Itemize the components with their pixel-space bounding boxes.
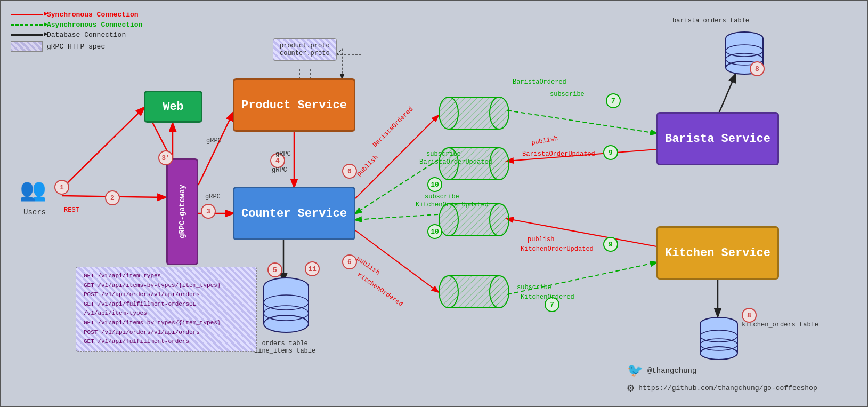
grpc-label-1: gRPC — [206, 137, 222, 145]
legend: Synchronous Connection Asynchronous Conn… — [11, 11, 142, 54]
step-8b: 8 — [742, 308, 757, 323]
api-endpoint-1: GET /v1/api/item-types — [84, 272, 249, 281]
api-endpoint-8: GET /v1/api/fulfillment-orders — [84, 337, 249, 347]
async-line-icon — [11, 24, 43, 26]
github-section: ⚙ https://github.com/thangchung/go-coffe… — [627, 381, 817, 395]
publish-barista-ordered: publish — [355, 154, 380, 178]
step-1: 1 — [54, 180, 69, 195]
barista-db-label: barista_orders table — [672, 17, 749, 25]
github-icon: ⚙ — [627, 381, 634, 395]
barista-service-box: Barista Service — [656, 112, 779, 165]
grpc-gateway-box: gRPC-gateway — [166, 158, 198, 265]
step-11: 11 — [305, 261, 320, 276]
sync-label: Synchronous Connection — [47, 11, 139, 19]
step-3: 3 — [201, 204, 216, 219]
grpc-label-2: gRPC — [205, 193, 221, 201]
kitchen-ordered-publish: KitchenOrdered — [356, 271, 404, 308]
users-icon: 👥 — [20, 177, 46, 203]
step-7a: 7 — [606, 93, 621, 108]
svg-line-9 — [507, 110, 656, 133]
svg-line-0 — [60, 108, 144, 190]
kitchen-ordered-label: KitchenOrdered — [521, 293, 574, 301]
counter-service-box: Counter Service — [233, 187, 355, 240]
api-endpoint-5: /v1/api/item-types — [84, 309, 249, 318]
publish-barista-updated: publish — [531, 135, 558, 147]
mq-cylinder-4 — [438, 273, 510, 310]
svg-line-16 — [718, 75, 735, 116]
step-6a: 6 — [342, 164, 357, 179]
step-2: 2 — [105, 190, 120, 205]
db-label: Database Connection — [47, 31, 126, 39]
step-8a: 8 — [750, 61, 765, 76]
subscribe-kitchen-update: subscribe — [425, 193, 459, 201]
twitter-handle: @thangchung — [647, 366, 696, 375]
step-10b: 10 — [427, 224, 442, 239]
kitchen-db-icon — [699, 316, 739, 364]
svg-line-4 — [198, 113, 233, 185]
legend-sync: Synchronous Connection — [11, 11, 142, 19]
github-url: https://github.com/thangchung/go-coffees… — [638, 384, 817, 392]
step-6b: 6 — [342, 254, 357, 269]
api-spec-box: GET /v1/api/item-types GET /v1/api/items… — [76, 267, 257, 352]
mq-cylinder-1 — [438, 94, 510, 132]
api-endpoint-3: POST /v1/api/orders/v1/api/orders — [84, 290, 249, 300]
twitter-section: 🐦 @thangchung — [627, 363, 696, 378]
barista-ordered-label: BaristaOrdered — [371, 106, 415, 149]
orders-db-icon — [262, 276, 310, 334]
svg-point-36 — [490, 204, 509, 236]
async-label: Asynchronous Connection — [47, 21, 142, 29]
step-10a: 10 — [427, 177, 442, 192]
barista-order-updated-label: BaristaOrderUpdated — [522, 150, 595, 158]
svg-point-26 — [490, 97, 509, 129]
publish-kitchen-updated: publish — [528, 236, 554, 243]
grpc-box-icon — [11, 41, 43, 52]
grpc-label-4: gRPC — [272, 166, 287, 174]
grpc-label: gRPC HTTP spec — [47, 43, 105, 51]
api-endpoint-7: POST /v1/api/orders/v1/api/orders — [84, 328, 249, 338]
subscribe-barista-update: subscribe — [426, 150, 461, 158]
orders-db-label: orders table line_items table — [254, 340, 315, 355]
step-3prime: 3' — [158, 150, 173, 165]
grpc-label-3: gRPC — [275, 150, 291, 158]
api-endpoint-4: GET /v1/api/fulfillment-ordersGET — [84, 300, 249, 309]
step-9a: 9 — [603, 145, 618, 160]
subscribe-kitchen: subscribe — [517, 284, 551, 291]
kitchen-order-updated: KitchenOrderUpdated — [416, 201, 489, 209]
kitchen-order-updated2: KitchenOrderUpdated — [521, 245, 594, 253]
web-service-box: Web — [144, 91, 202, 123]
legend-db: Database Connection — [11, 31, 142, 39]
barista-order-updated2: BaristaOrderUpdated — [419, 158, 492, 166]
svg-point-46 — [264, 315, 309, 332]
rest-label: REST — [64, 206, 79, 214]
proto-box: product.proto counter.proto — [273, 38, 337, 61]
db-line-icon — [11, 34, 43, 36]
svg-point-41 — [490, 276, 509, 308]
step-9b: 9 — [603, 237, 618, 252]
diagram: Synchronous Connection Asynchronous Conn… — [0, 0, 868, 407]
api-endpoint-6: GET /v1/api/items-by-types/{item_types} — [84, 318, 249, 328]
legend-async: Asynchronous Connection — [11, 21, 142, 29]
subscribe-label-1: subscribe — [550, 91, 585, 98]
legend-grpc: gRPC HTTP spec — [11, 41, 142, 52]
users-label: Users — [23, 208, 46, 217]
api-endpoint-2: GET /v1/api/items-by-types/{item_types} — [84, 281, 249, 291]
step-5: 5 — [267, 262, 282, 277]
product-service-box: Product Service — [233, 78, 355, 132]
kitchen-service-box: Kitchen Service — [656, 226, 779, 280]
barista-ordered-subscribe: BaristaOrdered — [513, 78, 566, 86]
svg-line-14 — [355, 214, 438, 220]
kitchen-db-label: kitchen_orders table — [742, 321, 818, 329]
sync-line-icon — [11, 14, 43, 15]
svg-point-31 — [490, 148, 509, 180]
twitter-icon: 🐦 — [627, 363, 643, 378]
